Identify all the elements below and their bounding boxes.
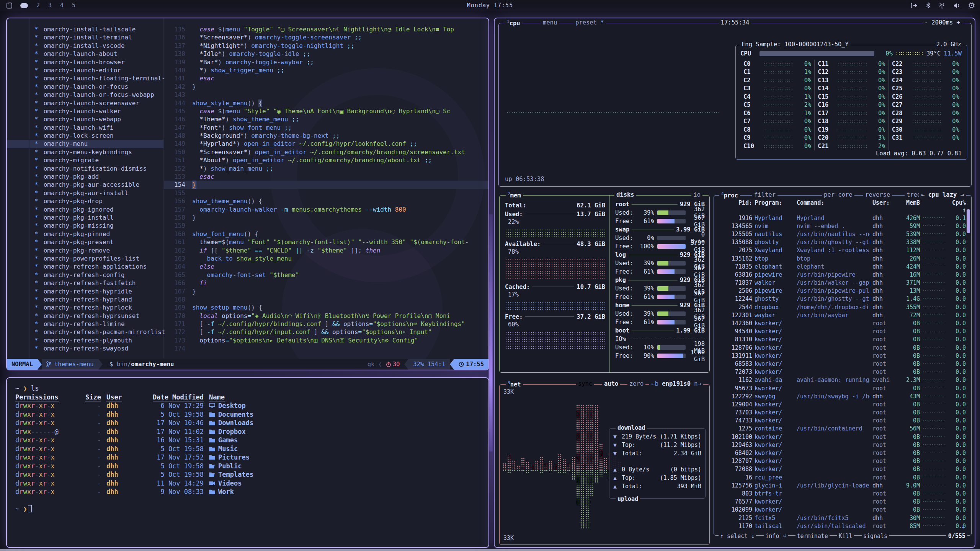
proc-scrollbar[interactable] [967, 209, 970, 233]
workspace-4[interactable]: 4 [60, 2, 64, 9]
entry-name[interactable]: Desktop [209, 401, 260, 410]
code-line[interactable]: 144show_style_menu() { [164, 99, 488, 107]
file-item[interactable]: *omarchy-refresh-config [7, 271, 163, 279]
code-line[interactable]: 149 *Hyprland*) open_in_editor ~/.config… [164, 140, 488, 148]
net-zero-button[interactable]: zero [627, 380, 645, 387]
entry-name[interactable]: Music [209, 445, 260, 453]
file-item[interactable]: *omarchy-refresh-plymouth [7, 336, 163, 344]
update-interval[interactable]: - 2000ms + [923, 19, 962, 26]
code-line[interactable]: 171 [ -f ~/.config/hypr/bindings.conf ] … [164, 320, 488, 328]
process-row[interactable]: 142360kworker/root0B0.0 [717, 319, 966, 327]
scroll-down-hint[interactable]: ↓ [961, 523, 965, 530]
footer-button[interactable]: terminate [795, 533, 830, 540]
process-row[interactable]: 68583kworker/root0B0.0 [717, 360, 966, 368]
process-row[interactable]: 2125fcitx5/usr/bin/fcitx5dhh30M0.0 [717, 514, 966, 522]
file-item[interactable]: *omarchy-refresh-swayosd [7, 344, 163, 352]
code-line[interactable]: 165 omarchy-font-set "$theme" [164, 271, 488, 279]
code-line[interactable]: 172 [ -f ~/.config/hypr/input.conf ] && … [164, 328, 488, 336]
process-row[interactable]: 803btrfs-trroot0B0.0 [717, 489, 966, 497]
code-line[interactable]: 154} [164, 181, 488, 189]
file-item[interactable]: *omarchy-refresh-hypridle [7, 287, 163, 295]
code-line[interactable]: 155 [164, 189, 488, 197]
sort-selector[interactable]: ← cpu lazy → [919, 191, 966, 198]
code-line[interactable]: 173 options="$options\n▸ Defaults\n◫ DNS… [164, 336, 488, 344]
net-auto-button[interactable]: auto [602, 380, 620, 387]
network-icon[interactable] [939, 2, 945, 8]
file-item[interactable]: *omarchy-launch-screensaver [7, 99, 163, 107]
process-row[interactable]: 128706kworker/root0B0.0 [717, 344, 966, 352]
filter-button[interactable]: filter [752, 191, 777, 198]
shell-prompt[interactable]: ~ ❯ [15, 505, 488, 514]
code-line[interactable]: 170 local options="◈ Audio\n◠ Wifi\nᛒ Bl… [164, 312, 488, 320]
process-row[interactable]: 1170tailscal/usr/sbin/tailscaled --root8… [717, 522, 966, 530]
code-line[interactable]: 160show_font_menu() { [164, 230, 488, 238]
file-item[interactable]: *omarchy-install-tailscale [7, 25, 163, 33]
entry-name[interactable]: Games [209, 436, 260, 445]
code-line[interactable]: 143 [164, 91, 488, 99]
code-line[interactable]: 162 if [[ "$theme" == "CNCLD" || -z "$th… [164, 246, 488, 254]
process-row[interactable]: 128707kworker/root0B0.0 [717, 457, 966, 465]
process-row[interactable]: 131911kworker/root0B0.0 [717, 352, 966, 360]
process-row[interactable]: 2075XwaylandXwayland :1 -rootless -dhh11… [717, 246, 966, 254]
file-item[interactable]: *omarchy-pkg-pinned [7, 230, 163, 238]
code-line[interactable]: 166 fi [164, 279, 488, 287]
footer-button[interactable]: info ⏎ [764, 533, 787, 540]
per-core-button[interactable]: per-core [822, 191, 854, 198]
file-item[interactable]: *omarchy-menu [7, 140, 163, 148]
reverse-button[interactable]: reverse [863, 191, 892, 198]
file-item[interactable]: *omarchy-refresh-hyprlock [7, 303, 163, 311]
preset-button[interactable]: preset * [573, 19, 606, 26]
file-item[interactable]: *omarchy-launch-webapp [7, 115, 163, 123]
code-pane[interactable]: 135 case $(menu "Toggle" "▢ Screensaver\… [164, 18, 488, 359]
process-row[interactable]: 129463kworker/root0B0.0 [717, 441, 966, 449]
file-item[interactable]: *omarchy-pkg-add [7, 173, 163, 181]
code-line[interactable]: 168 [164, 295, 488, 303]
process-row[interactable]: 125505nautilus/usr/bin/nautilus --newdhh… [717, 230, 966, 238]
process-row[interactable]: 63816pipewire/usr/bin/pipewiredhh16M0.0 [717, 271, 966, 279]
menu-button[interactable]: menu [541, 19, 559, 26]
code-line[interactable]: 135 case $(menu "Toggle" "▢ Screensaver\… [164, 25, 488, 33]
code-line[interactable]: 148 *Background*) omarchy-theme-bg-next … [164, 132, 488, 140]
code-line[interactable]: 167} [164, 287, 488, 295]
file-item[interactable]: *omarchy-refresh-hyprland [7, 295, 163, 303]
file-item[interactable]: *omarchy-powerprofiles-list [7, 254, 163, 262]
proc-header[interactable]: Pid: Program: Command: User: MemB Cpu% ↑ [714, 196, 971, 214]
process-row[interactable]: 1162avahi-daavahi-daemon: running [avahi… [717, 376, 966, 384]
volume-icon[interactable] [954, 3, 960, 8]
process-row[interactable]: 68402kworker/root0B0.0 [717, 449, 966, 457]
process-row[interactable]: 102099kworker/root0B0.0 [717, 506, 966, 514]
process-row[interactable]: 1275containe/usr/bin/containerdroot56M0.… [717, 425, 966, 433]
code-line[interactable]: 142} [164, 83, 488, 91]
file-item[interactable]: *omarchy-install-terminal [7, 33, 163, 41]
file-item[interactable]: *omarchy-refresh-applications [7, 262, 163, 271]
entry-name[interactable]: Videos [209, 479, 260, 488]
workspace-5[interactable]: 5 [72, 2, 75, 9]
workspace-active[interactable] [20, 3, 28, 8]
code-line[interactable]: 169show_setup_menu() { [164, 303, 488, 311]
footer-button[interactable]: signals [862, 533, 889, 540]
code-line[interactable]: 156show_theme_menu() { [164, 197, 488, 205]
process-row[interactable]: 76577kworker/root0B0.0 [717, 498, 966, 506]
process-row[interactable]: 129004kworker/root0B0.0 [717, 400, 966, 408]
net-sync-button[interactable]: sync [576, 380, 594, 387]
code-line[interactable]: 158} [164, 214, 488, 222]
process-row[interactable]: 1916HyprlandHyprlanddhh426M0.1 [717, 214, 966, 222]
process-row[interactable]: 72073kworker/root0B0.0 [717, 368, 966, 376]
process-row[interactable]: 16rcu_preeroot0B0.0 [717, 473, 966, 481]
code-line[interactable]: 140 *) show_trigger_menu ;; [164, 66, 488, 74]
file-item[interactable]: *omarchy-lock-screen [7, 132, 163, 140]
file-item[interactable]: *omarchy-pkg-aur-install [7, 189, 163, 197]
entry-name[interactable]: Pictures [209, 453, 260, 462]
entry-name[interactable]: Downloads [209, 419, 260, 427]
footer-button[interactable]: Kill [837, 533, 854, 540]
file-item[interactable]: *omarchy-launch-or-focus [7, 83, 163, 91]
process-row[interactable]: 73703kworker/root0B0.0 [717, 409, 966, 417]
file-item[interactable]: *omarchy-refresh-fastfetch [7, 279, 163, 287]
file-item[interactable]: *omarchy-pkg-drop [7, 197, 163, 205]
entry-name[interactable]: Templates [209, 470, 260, 479]
process-row[interactable]: 122292swaybg/usr/bin/swaybg -i /homdhh43… [717, 392, 966, 400]
screencast-icon[interactable] [910, 3, 918, 8]
process-row[interactable]: 81310kworker/root0B0.0 [717, 336, 966, 344]
workspace-2[interactable]: 2 [36, 2, 40, 9]
code-line[interactable]: 146 *Theme*) show_theme_menu ;; [164, 115, 488, 123]
